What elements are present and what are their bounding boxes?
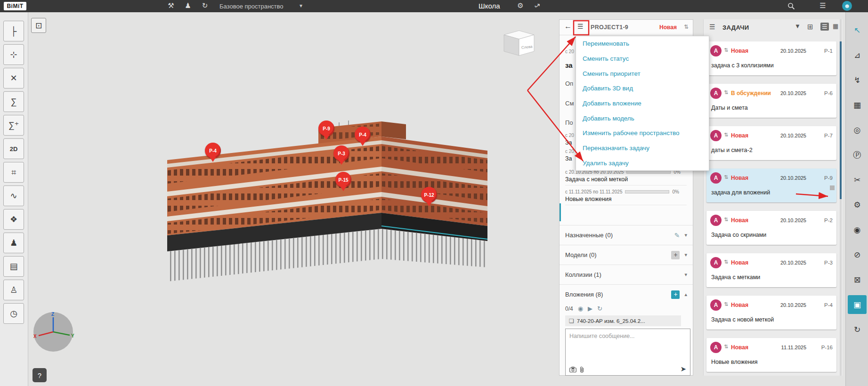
panels-list-icon[interactable]: ☰	[818, 1, 828, 10]
orbit-icon[interactable]: ↻	[848, 320, 867, 339]
section-cut-icon[interactable]: ✂	[848, 170, 867, 189]
menu-item-reassign-task[interactable]: Переназначить задачу	[576, 141, 709, 156]
section-attachments[interactable]: Вложения (8) + ▴	[560, 284, 693, 304]
back-arrow-icon[interactable]: ←	[564, 22, 572, 31]
scroll-hint[interactable]	[830, 185, 835, 190]
filter-icon[interactable]: ▼	[795, 23, 801, 30]
add-task-icon[interactable]: ⊞	[807, 23, 813, 31]
section-assignees[interactable]: Назначенные (0) ✎ ▾	[560, 225, 693, 245]
map-pin[interactable]: P-4	[355, 127, 371, 143]
refresh-icon[interactable]: ↻	[597, 305, 602, 312]
task-card[interactable]: A ⇅ Новая 20.10.2025 P-9 задача для влож…	[706, 169, 836, 202]
app-logo[interactable]: BiMiT	[4, 2, 26, 10]
task-card[interactable]: A ⇅ В обсуждении 20.10.2025 P-6 Даты и с…	[706, 84, 836, 118]
clash-lines-icon[interactable]: ✕	[3, 68, 24, 88]
camera-icon[interactable]	[569, 367, 576, 372]
gauge-icon[interactable]: ◷	[3, 303, 24, 324]
tasks-menu-icon[interactable]: ☰	[709, 23, 715, 31]
icon-glyph: ▣	[853, 300, 861, 310]
shared-folder-icon[interactable]: ▤	[3, 256, 24, 277]
task-menu-icon[interactable]: ☰	[577, 23, 584, 30]
model-cube-icon[interactable]: ▣	[848, 295, 867, 314]
task-card[interactable]: A ⇅ Новая 11.11.2025 P-16 Новые вложения	[706, 338, 836, 372]
priority-icon: ⇅	[724, 132, 728, 138]
help-button[interactable]: ?	[32, 368, 47, 382]
panel-scrollbar[interactable]	[560, 203, 561, 221]
plugins-icon[interactable]: ❖	[3, 209, 24, 230]
visibility-icon[interactable]: ◉	[848, 220, 867, 239]
hide-icon[interactable]: ⊘	[848, 245, 867, 264]
view-cube[interactable]: Слева	[498, 28, 539, 58]
isolate-icon[interactable]: ⊠	[848, 270, 867, 289]
marker-icon[interactable]: ◉	[578, 305, 583, 312]
map-pin[interactable]: P-9	[318, 121, 334, 137]
add-attachment-icon[interactable]: +	[671, 290, 680, 299]
map-pin[interactable]: P-12	[421, 187, 437, 203]
grid-icon[interactable]: ▦	[848, 96, 867, 114]
menu-item-add-model[interactable]: Добавить модель	[576, 111, 709, 126]
map-pin[interactable]: P-15	[335, 172, 351, 188]
message-input[interactable]	[566, 329, 690, 360]
menu-item-change-status[interactable]: Сменить статус	[576, 51, 709, 66]
workspace-caret-icon[interactable]: ▾	[300, 2, 302, 9]
task-card[interactable]: A ⇅ Новая 20.10.2025 P-7 даты и смета-2	[706, 126, 836, 160]
user-avatar-icon[interactable]: ☻	[842, 1, 852, 11]
ruler-icon[interactable]: ⊿	[848, 46, 867, 64]
play-icon[interactable]: ▶	[588, 305, 592, 312]
menu-item-rename[interactable]: Переименовать	[576, 36, 709, 51]
workspace-selector[interactable]: Базовое пространство	[219, 3, 284, 10]
menu-item-change-priority[interactable]: Сменить приоритет	[576, 66, 709, 81]
chevron-down-icon[interactable]: ▾	[684, 232, 687, 238]
view-2d-icon[interactable]: 2D	[3, 138, 24, 159]
section-models[interactable]: Модели (0) + ▾	[560, 245, 693, 265]
map-pin[interactable]: P-4	[205, 143, 221, 159]
menu-item-delete-task[interactable]: Удалить задачу	[576, 156, 709, 171]
menu-item-add-attachment[interactable]: Добавить вложение	[576, 96, 709, 111]
list-view-icon[interactable]: ☰	[820, 23, 829, 31]
nav-gizmo[interactable]: Z X Y	[32, 311, 74, 353]
map-pin[interactable]: P-3	[333, 145, 349, 161]
edit-pencil-icon[interactable]: ✎	[674, 232, 680, 239]
focus-tool-icon[interactable]: ⊡	[31, 18, 46, 33]
tasks-panel: ☰ ЗАДАЧИ ▼ ⊞ ☰ ▦ A ⇅ Новая 20.10.2025 P-…	[703, 19, 843, 376]
menu-item-change-workspace[interactable]: Изменить рабочее пространство	[576, 126, 709, 141]
linked-task-row[interactable]: с 20.10.2025 по 20.10.2025 0% Задача с н…	[565, 169, 687, 185]
scheme-icon[interactable]: ⌗	[3, 162, 24, 183]
section-collisions[interactable]: Коллизии (1) ▾	[560, 265, 693, 284]
task-card[interactable]: A ⇅ Новая 20.10.2025 P-4 Задача с новой …	[706, 296, 836, 330]
task-card[interactable]: A ⇅ Новая 20.10.2025 P-2 Задача со скрин…	[706, 211, 836, 245]
tasks-scrollbar-thumb[interactable]	[840, 41, 842, 199]
parking-icon[interactable]: Ⓟ	[848, 145, 867, 164]
task-card[interactable]: A ⇅ Новая 20.10.2025 P-3 Задача с меткам…	[706, 253, 836, 287]
chart-icon[interactable]: ∿	[3, 185, 24, 206]
text-fragment: За	[565, 139, 572, 146]
paperclip-icon[interactable]	[580, 366, 584, 373]
sum-plus-icon[interactable]: ∑⁺	[3, 115, 24, 136]
chevron-down-icon[interactable]: ▾	[684, 252, 687, 258]
attachment-file[interactable]: ❏ 740-20-АР изм. 6_25.04.2...	[565, 315, 681, 326]
team-icon[interactable]: ♟	[183, 1, 193, 10]
structure-tree-icon[interactable]: ├	[3, 21, 24, 41]
sync-icon[interactable]: ↻	[200, 1, 210, 10]
settings-gear-icon[interactable]: ⚙	[515, 1, 526, 10]
cursor-icon[interactable]: ↖	[848, 21, 867, 40]
target-icon[interactable]: ◎	[848, 121, 867, 139]
priority-icon[interactable]: ⇅	[684, 24, 689, 30]
share-icon[interactable]: ↪	[531, 0, 544, 12]
lightning-icon[interactable]: ↯	[848, 71, 867, 89]
user-icon[interactable]: ♟	[3, 233, 24, 253]
user-location-icon[interactable]: ♙	[3, 280, 24, 300]
menu-item-add-3d-view[interactable]: Добавить 3D вид	[576, 81, 709, 96]
task-card[interactable]: A ⇅ Новая 20.10.2025 P-1 задача с 3 колл…	[706, 41, 836, 75]
chevron-down-icon[interactable]: ▾	[684, 272, 687, 278]
box-settings-icon[interactable]: ⚙	[848, 195, 867, 214]
sum-icon[interactable]: ∑	[3, 91, 24, 112]
avatar: A	[710, 130, 722, 141]
linked-task-row[interactable]: с 11.11.2025 по 11.11.2025 0% Новые влож…	[565, 189, 687, 205]
grid-view-icon[interactable]: ▦	[833, 23, 838, 30]
node-select-icon[interactable]: ⊹	[3, 44, 24, 65]
toolbox-icon[interactable]: ⚒	[166, 1, 176, 10]
send-icon[interactable]: ➤	[680, 365, 686, 373]
add-model-icon[interactable]: +	[671, 251, 680, 259]
chevron-up-icon[interactable]: ▴	[684, 291, 687, 298]
